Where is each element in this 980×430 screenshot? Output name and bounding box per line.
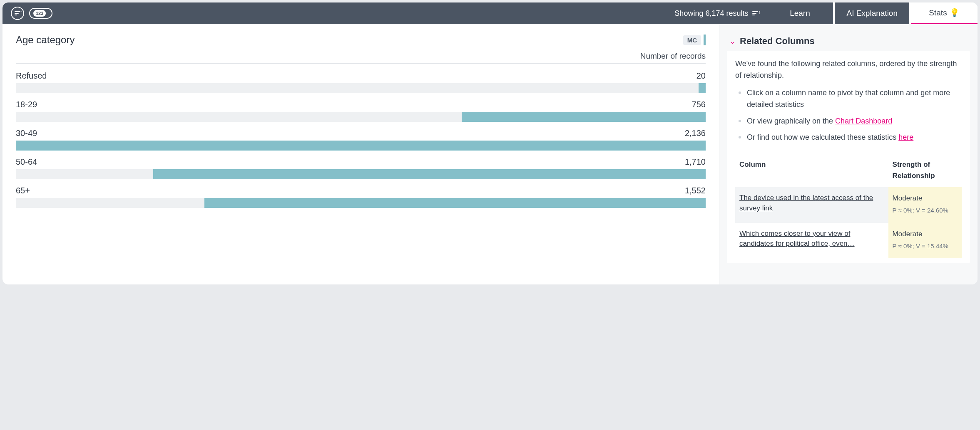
tab-stats[interactable]: Stats💡	[911, 2, 978, 24]
column-type-bar-icon	[704, 35, 706, 45]
histogram-row-label: 18-29	[16, 100, 37, 109]
table-header-column: Column	[735, 153, 888, 187]
histogram-row-label: Refused	[16, 71, 47, 81]
strength-detail: P ≈ 0%; V = 15.44%	[893, 241, 958, 251]
related-columns-bullets: Click on a column name to pivot by that …	[735, 87, 962, 144]
top-tabs: LearnAI ExplanationStats💡	[766, 2, 978, 24]
app-frame: ↑ 123 Showing 6,174 results ↑ LearnAI Ex…	[2, 2, 978, 284]
chevron-down-icon: ⌄	[729, 37, 736, 46]
list-item: Or view graphically on the Chart Dashboa…	[735, 116, 962, 127]
histogram-bar-track	[16, 141, 706, 151]
list-item: Click on a column name to pivot by that …	[735, 87, 962, 111]
column-type-text: MC	[683, 35, 701, 45]
related-columns-title: Related Columns	[740, 36, 815, 47]
histogram-row[interactable]: 30-492,136	[16, 129, 706, 151]
histogram-row-label: 50-64	[16, 157, 37, 167]
topbar: ↑ 123 Showing 6,174 results ↑ LearnAI Ex…	[2, 2, 978, 24]
tab-label: Learn	[790, 9, 810, 18]
histogram-row-label: 65+	[16, 186, 30, 195]
histogram-bar-fill	[16, 141, 706, 151]
topbar-left: ↑ 123 Showing 6,174 results ↑	[2, 2, 766, 24]
bullet-link[interactable]: here	[898, 133, 913, 141]
strength-level: Moderate	[893, 229, 958, 240]
sort-icon-circle[interactable]: ↑	[11, 7, 24, 20]
bullet-link[interactable]: Chart Dashboard	[835, 117, 892, 125]
related-columns-body: We've found the following related column…	[727, 51, 970, 263]
histogram-bar-fill	[204, 198, 706, 208]
histogram-row-value: 1,552	[685, 186, 706, 195]
bullet-prefix: Or find out how we calculated these stat…	[747, 133, 898, 141]
histogram-bar-track	[16, 83, 706, 93]
bullet-prefix: Or view graphically on the	[747, 117, 835, 125]
histogram-row[interactable]: 50-641,710	[16, 157, 706, 179]
related-columns-header[interactable]: ⌄ Related Columns	[727, 28, 970, 51]
related-column-link[interactable]: Which comes closer to your view of candi…	[739, 229, 884, 249]
sort-asc-icon[interactable]: ↑	[752, 11, 758, 15]
column-type-badge: MC	[683, 35, 706, 45]
histogram-row-label: 30-49	[16, 129, 37, 138]
tab-label: Stats	[929, 8, 947, 17]
tab-label: AI Explanation	[846, 9, 898, 18]
column-count-toggle[interactable]: 123	[29, 8, 52, 19]
strength-cell: ModerateP ≈ 0%; V = 24.60%	[888, 187, 962, 223]
table-header-strength: Strength of Relationship	[888, 153, 962, 187]
main-body: Age category MC Number of records Refuse…	[2, 24, 978, 284]
related-columns-intro: We've found the following related column…	[735, 58, 962, 82]
histogram-row[interactable]: Refused20	[16, 71, 706, 93]
related-columns-table: Column Strength of Relationship The devi…	[735, 153, 962, 258]
histogram-row-value: 1,710	[685, 157, 706, 167]
sort-asc-icon: ↑	[15, 11, 20, 15]
histogram-bar-fill	[153, 169, 706, 179]
results-count-text: Showing 6,174 results	[674, 9, 748, 18]
tab-learn[interactable]: Learn	[766, 2, 833, 24]
stats-panel: ⌄ Related Columns We've found the follow…	[719, 24, 978, 284]
results-count: Showing 6,174 results ↑	[674, 9, 758, 18]
strength-cell: ModerateP ≈ 0%; V = 15.44%	[888, 223, 962, 259]
histogram-header: Age category MC	[16, 34, 706, 46]
histogram-row-value: 756	[692, 100, 706, 109]
histogram-rows: Refused2018-2975630-492,13650-641,71065+…	[16, 71, 706, 208]
histogram-title: Age category	[16, 34, 75, 46]
column-count-badge: 123	[33, 10, 46, 17]
histogram-row-value: 2,136	[685, 129, 706, 138]
list-item: Or find out how we calculated these stat…	[735, 132, 962, 143]
strength-detail: P ≈ 0%; V = 24.60%	[893, 205, 958, 215]
histogram-bar-fill	[699, 83, 706, 93]
histogram-panel: Age category MC Number of records Refuse…	[2, 24, 719, 284]
histogram-row-value: 20	[696, 71, 706, 81]
histogram-bar-fill	[462, 112, 706, 122]
histogram-bar-track	[16, 169, 706, 179]
histogram-bar-track	[16, 198, 706, 208]
table-row: Which comes closer to your view of candi…	[735, 223, 962, 259]
related-column-link[interactable]: The device used in the latest access of …	[739, 193, 884, 213]
histogram-subhead: Number of records	[16, 52, 706, 64]
histogram-bar-track	[16, 112, 706, 122]
lightbulb-icon: 💡	[950, 8, 960, 17]
histogram-row[interactable]: 65+1,552	[16, 186, 706, 208]
strength-level: Moderate	[893, 193, 958, 204]
tab-ai-explanation[interactable]: AI Explanation	[835, 2, 909, 24]
histogram-row[interactable]: 18-29756	[16, 100, 706, 122]
table-row: The device used in the latest access of …	[735, 187, 962, 223]
